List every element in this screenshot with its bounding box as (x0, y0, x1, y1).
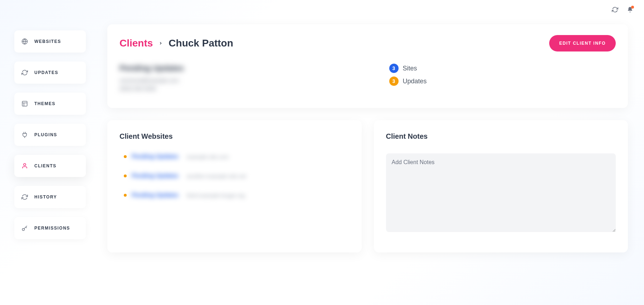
updates-label: Updates (403, 78, 427, 85)
breadcrumb: Clients Chuck Patton (119, 38, 233, 49)
notification-dot (631, 6, 634, 9)
panel-title: Client Notes (386, 132, 616, 141)
stat-updates: 3 Updates (389, 77, 427, 86)
breadcrumb-root-link[interactable]: Clients (119, 38, 153, 49)
client-websites-panel: Client Websites Pending Updates example-… (107, 120, 362, 252)
website-url-redacted: another-example-site.net (187, 173, 246, 179)
website-url-redacted: third-example-longer.org (187, 192, 245, 198)
website-name-redacted: Pending Updates (132, 192, 182, 198)
sidebar-item-history[interactable]: HISTORY (14, 186, 86, 208)
sidebar-label: CLIENTS (34, 163, 57, 168)
client-details: Pending Updates someone@example.com (555… (119, 64, 368, 94)
sidebar-item-themes[interactable]: THEMES (14, 93, 86, 115)
sidebar-label: PERMISSIONS (34, 226, 70, 231)
edit-client-button[interactable]: EDIT CLIENT INFO (549, 35, 616, 51)
sites-count-badge: 3 (389, 64, 399, 73)
sidebar-label: WEBSITES (34, 39, 61, 44)
sidebar-item-clients[interactable]: CLIENTS (14, 155, 86, 177)
globe-icon (21, 38, 28, 45)
website-name-redacted: Pending Updates (132, 153, 182, 160)
sidebar-label: HISTORY (34, 195, 57, 200)
sidebar-label: PLUGINS (34, 132, 57, 137)
client-stats: 3 Sites 3 Updates (389, 64, 427, 94)
svg-rect-2 (22, 101, 27, 106)
updates-count-badge: 3 (389, 77, 399, 86)
status-dot-icon (124, 155, 127, 158)
panel-title: Client Websites (119, 132, 350, 141)
website-name-redacted: Pending Updates (132, 173, 182, 179)
website-list: Pending Updates example-site.com Pending… (119, 153, 350, 198)
stat-sites: 3 Sites (389, 64, 427, 73)
sidebar-item-permissions[interactable]: PERMISSIONS (14, 217, 86, 239)
sidebar-item-updates[interactable]: UPDATES (14, 62, 86, 84)
chevron-right-icon (158, 41, 163, 45)
refresh-icon (21, 69, 28, 76)
client-name-redacted: Pending Updates (119, 64, 368, 73)
main-content: Clients Chuck Patton EDIT CLIENT INFO Pe… (93, 0, 644, 305)
layout-icon (21, 100, 28, 107)
sidebar-label: UPDATES (34, 70, 58, 75)
client-email-redacted: someone@example.com (119, 77, 368, 83)
breadcrumb-current: Chuck Patton (169, 38, 233, 49)
key-icon (21, 225, 28, 231)
sites-label: Sites (403, 65, 417, 72)
website-url-redacted: example-site.com (187, 154, 229, 160)
svg-line-9 (26, 227, 26, 228)
sidebar: WEBSITES UPDATES THEMES PLUGINS CLIENTS (0, 0, 93, 305)
svg-line-8 (24, 226, 27, 229)
sidebar-label: THEMES (34, 101, 55, 106)
client-header-card: Clients Chuck Patton EDIT CLIENT INFO Pe… (107, 24, 628, 108)
website-item[interactable]: Pending Updates example-site.com (124, 153, 350, 160)
website-item[interactable]: Pending Updates third-example-longer.org (124, 192, 350, 198)
status-dot-icon (124, 174, 127, 177)
bell-icon[interactable] (627, 6, 633, 14)
client-notes-panel: Client Notes (374, 120, 628, 252)
refresh-icon[interactable] (612, 6, 618, 14)
refresh-icon (21, 194, 28, 200)
client-notes-textarea[interactable] (386, 153, 616, 232)
user-icon (21, 163, 28, 169)
svg-point-6 (24, 163, 26, 166)
status-dot-icon (124, 194, 127, 197)
client-phone-redacted: (555) 555-5555 (119, 85, 368, 92)
sidebar-item-websites[interactable]: WEBSITES (14, 30, 86, 53)
plug-icon (21, 132, 28, 138)
sidebar-item-plugins[interactable]: PLUGINS (14, 124, 86, 146)
website-item[interactable]: Pending Updates another-example-site.net (124, 173, 350, 179)
